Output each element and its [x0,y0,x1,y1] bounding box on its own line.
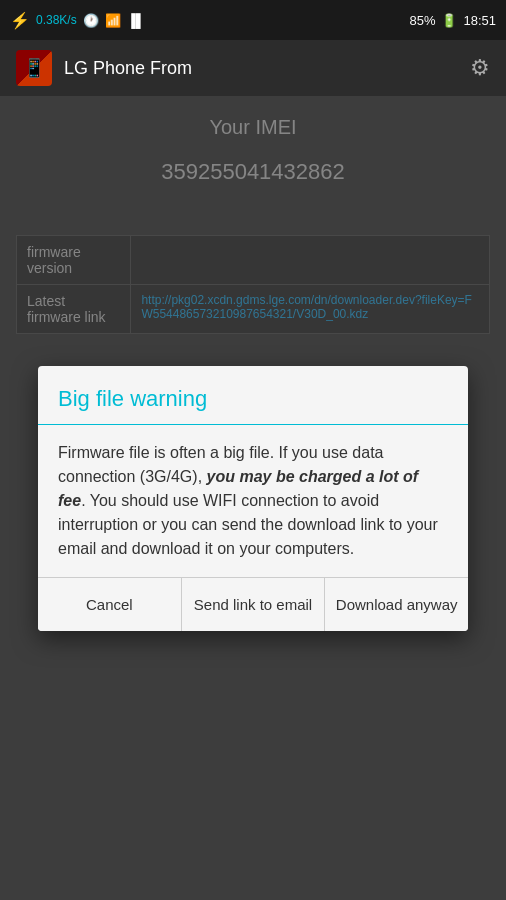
dialog-overlay: Big file warning Firmware file is often … [0,96,506,900]
app-icon: 📱 [16,50,52,86]
dialog-body: Firmware file is often a big file. If yo… [38,425,468,561]
status-bar: ⚡ 0.38K/s 🕐 📶 ▐▌ 85% 🔋 18:51 [0,0,506,40]
usb-icon: ⚡ [10,11,30,30]
warning-dialog: Big file warning Firmware file is often … [38,366,468,631]
dialog-title: Big file warning [38,366,468,425]
signal-icon: ▐▌ [127,13,145,28]
settings-icon[interactable]: ⚙ [470,55,490,81]
send-link-button[interactable]: Send link to email [182,578,326,631]
download-anyway-button[interactable]: Download anyway [325,578,468,631]
status-right: 85% 🔋 18:51 [409,13,496,28]
app-header-left: 📱 LG Phone From [16,50,192,86]
time-display: 18:51 [463,13,496,28]
dialog-body-text2: . You should use WIFI connection to avoi… [58,492,438,557]
battery-level: 85% [409,13,435,28]
network-speed: 0.38K/s [36,13,77,27]
app-header: 📱 LG Phone From ⚙ [0,40,506,96]
clock-icon: 🕐 [83,13,99,28]
app-title: LG Phone From [64,58,192,79]
dialog-actions: Cancel Send link to email Download anywa… [38,577,468,631]
battery-icon: 🔋 [441,13,457,28]
wifi-icon: 📶 [105,13,121,28]
cancel-button[interactable]: Cancel [38,578,182,631]
main-content: Your IMEI 359255041432862 firmware versi… [0,96,506,900]
status-left: ⚡ 0.38K/s 🕐 📶 ▐▌ [10,11,145,30]
